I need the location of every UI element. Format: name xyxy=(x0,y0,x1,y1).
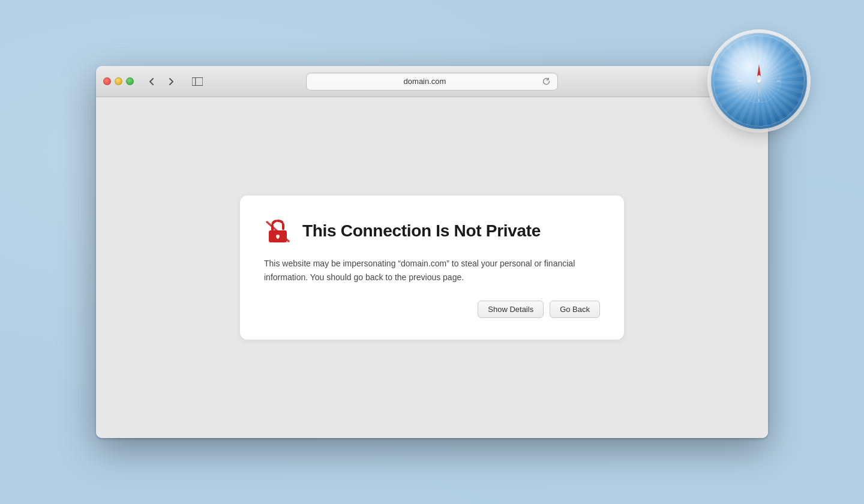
error-card: This Connection Is Not Private This webs… xyxy=(240,196,624,340)
error-title: This Connection Is Not Private xyxy=(302,221,541,241)
close-button[interactable] xyxy=(103,77,111,85)
show-details-button[interactable]: Show Details xyxy=(478,301,544,318)
error-description: This website may be impersonating “domai… xyxy=(264,257,600,284)
go-back-button[interactable]: Go Back xyxy=(550,301,600,318)
reload-button[interactable] xyxy=(541,76,551,87)
safari-app-icon xyxy=(711,33,807,129)
error-header: This Connection Is Not Private xyxy=(264,217,600,245)
address-bar-container: domain.com xyxy=(306,73,558,91)
svg-rect-14 xyxy=(277,236,279,239)
address-bar[interactable]: domain.com xyxy=(306,73,558,91)
svg-rect-9 xyxy=(192,77,203,85)
minimize-button[interactable] xyxy=(115,77,122,85)
url-display: domain.com xyxy=(313,77,537,86)
error-actions: Show Details Go Back xyxy=(264,301,600,318)
safari-compass-svg xyxy=(735,57,783,105)
title-bar: domain.com xyxy=(96,66,768,97)
traffic-lights xyxy=(103,77,134,85)
svg-marker-6 xyxy=(757,81,761,98)
broken-lock-icon xyxy=(264,217,292,245)
forward-button[interactable] xyxy=(163,73,179,90)
back-button[interactable] xyxy=(143,73,160,90)
maximize-button[interactable] xyxy=(126,77,134,85)
sidebar-toggle-button[interactable] xyxy=(189,73,206,90)
nav-buttons xyxy=(143,73,179,90)
browser-window: domain.com xyxy=(96,66,768,438)
svg-point-8 xyxy=(758,80,761,83)
svg-marker-7 xyxy=(757,64,761,76)
browser-content: This Connection Is Not Private This webs… xyxy=(96,97,768,438)
